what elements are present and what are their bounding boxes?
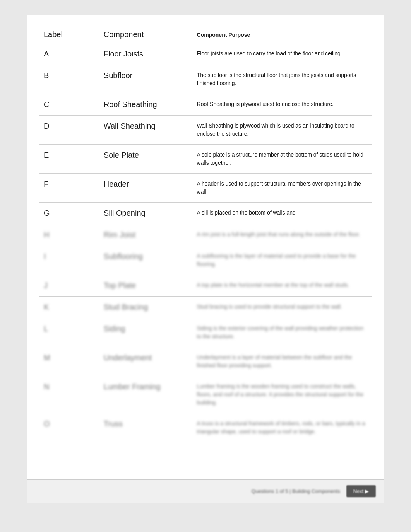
cell-label-blurred: N: [39, 376, 99, 413]
cell-label-blurred: O: [39, 413, 99, 442]
cell-component: Sill Opening: [99, 203, 192, 224]
cell-label: G: [39, 203, 99, 224]
cell-purpose: Floor joists are used to carry the load …: [192, 43, 372, 65]
table-row-blurred: N Lumber Framing Lumber framing is the w…: [39, 376, 372, 413]
cell-purpose-blurred: A top plate is the horizontal member at …: [192, 275, 372, 297]
bottom-bar-content: Questions 1 of 5 | Building Components N…: [252, 485, 376, 497]
table-row-blurred: H Rim Joist A rim joist is a full-length…: [39, 224, 372, 246]
bottom-bar: Questions 1 of 5 | Building Components N…: [27, 479, 384, 503]
components-table: Label Component Component Purpose A Floo…: [39, 27, 372, 442]
cell-label-blurred: M: [39, 347, 99, 376]
cell-label-blurred: H: [39, 224, 99, 246]
cell-purpose-blurred: Lumber framing is the wooden framing use…: [192, 376, 372, 413]
cell-purpose: The subfloor is the structural floor tha…: [192, 65, 372, 94]
cell-component: Subfloor: [99, 65, 192, 94]
table-row-blurred: L Siding Siding is the exterior covering…: [39, 318, 372, 347]
table-row-blurred: J Top Plate A top plate is the horizonta…: [39, 275, 372, 297]
cell-purpose-blurred: A truss is a structural framework of tim…: [192, 413, 372, 442]
table-row: E Sole Plate A sole plate is a structure…: [39, 145, 372, 174]
table-row-blurred: O Truss A truss is a structural framewor…: [39, 413, 372, 442]
table-row: G Sill Opening A sill is placed on the b…: [39, 203, 372, 224]
cell-component: Wall Sheathing: [99, 116, 192, 145]
cell-label: B: [39, 65, 99, 94]
cell-purpose-blurred: A rim joist is a full-length joist that …: [192, 224, 372, 246]
table-row: A Floor Joists Floor joists are used to …: [39, 43, 372, 65]
cell-component-blurred: Lumber Framing: [99, 376, 192, 413]
cell-label-blurred: K: [39, 297, 99, 318]
cell-label: D: [39, 116, 99, 145]
table-row-blurred: M Underlayment Underlayment is a layer o…: [39, 347, 372, 376]
cell-component-blurred: Top Plate: [99, 275, 192, 297]
bottom-text: Questions 1 of 5 | Building Components: [252, 488, 340, 494]
next-button[interactable]: Next ▶: [346, 485, 376, 497]
cell-purpose-blurred: Stud bracing is used to provide structur…: [192, 297, 372, 318]
cell-label: A: [39, 43, 99, 65]
cell-component-blurred: Rim Joist: [99, 224, 192, 246]
cell-component: Sole Plate: [99, 145, 192, 174]
table-row: F Header A header is used to support str…: [39, 174, 372, 203]
table-row-blurred: K Stud Bracing Stud bracing is used to p…: [39, 297, 372, 318]
cell-component-blurred: Subflooring: [99, 246, 192, 275]
cell-label: F: [39, 174, 99, 203]
table-row: D Wall Sheathing Wall Sheathing is plywo…: [39, 116, 372, 145]
cell-label: E: [39, 145, 99, 174]
table-row: B Subfloor The subfloor is the structura…: [39, 65, 372, 94]
cell-purpose-blurred: Siding is the exterior covering of the w…: [192, 318, 372, 347]
cell-component-blurred: Underlayment: [99, 347, 192, 376]
table-wrapper: Label Component Component Purpose A Floo…: [39, 27, 372, 442]
cell-purpose: Roof Sheathing is plywood used to enclos…: [192, 94, 372, 116]
page-container: Label Component Component Purpose A Floo…: [27, 15, 384, 503]
cell-purpose-blurred: Underlayment is a layer of material betw…: [192, 347, 372, 376]
cell-purpose: Wall Sheathing is plywood which is used …: [192, 116, 372, 145]
cell-purpose: A sole plate is a structure member at th…: [192, 145, 372, 174]
cell-label-blurred: L: [39, 318, 99, 347]
cell-label: C: [39, 94, 99, 116]
cell-component-blurred: Truss: [99, 413, 192, 442]
table-row: C Roof Sheathing Roof Sheathing is plywo…: [39, 94, 372, 116]
header-purpose: Component Purpose: [192, 27, 372, 43]
cell-component: Header: [99, 174, 192, 203]
cell-component: Floor Joists: [99, 43, 192, 65]
cell-label-blurred: I: [39, 246, 99, 275]
header-label: Label: [39, 27, 99, 43]
header-component: Component: [99, 27, 192, 43]
cell-component-blurred: Stud Bracing: [99, 297, 192, 318]
cell-purpose-blurred: A subflooring is the layer of material u…: [192, 246, 372, 275]
table-row-blurred: I Subflooring A subflooring is the layer…: [39, 246, 372, 275]
cell-purpose: A sill is placed on the bottom of walls …: [192, 203, 372, 224]
cell-component-blurred: Siding: [99, 318, 192, 347]
cell-purpose: A header is used to support structural m…: [192, 174, 372, 203]
cell-component: Roof Sheathing: [99, 94, 192, 116]
cell-label-blurred: J: [39, 275, 99, 297]
